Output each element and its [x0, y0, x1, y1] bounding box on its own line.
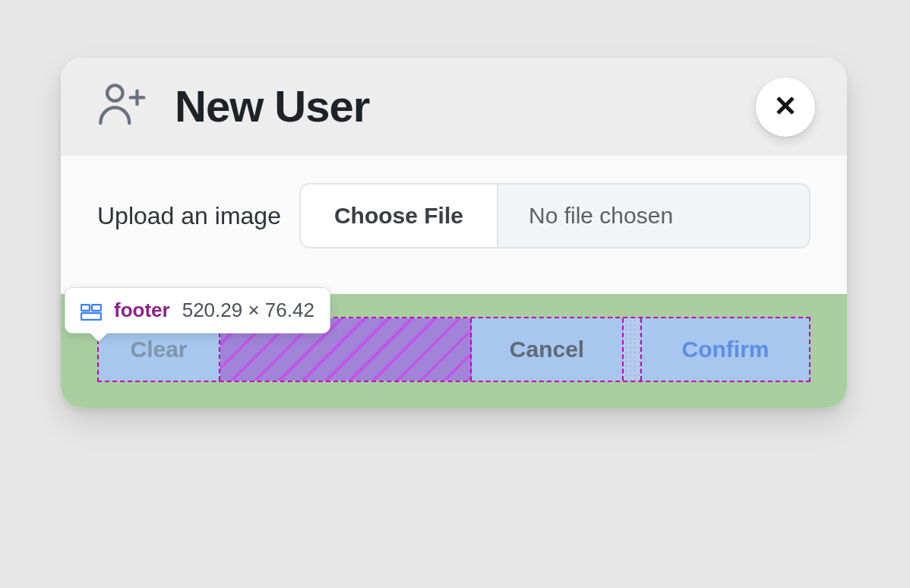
dialog-body: Upload an image Choose File No file chos…	[61, 156, 847, 294]
svg-point-0	[107, 85, 122, 100]
cancel-button[interactable]: Cancel	[472, 318, 624, 381]
tooltip-element-name: footer	[114, 299, 170, 322]
user-plus-icon	[97, 82, 150, 131]
svg-rect-6	[92, 305, 101, 311]
dialog-title: New User	[175, 81, 369, 131]
close-button[interactable]	[756, 77, 815, 137]
file-status-text: No file chosen	[498, 185, 809, 247]
flex-gap-overlay	[624, 318, 642, 381]
choose-file-button[interactable]: Choose File	[301, 185, 498, 247]
devtools-tooltip: footer 520.29 × 76.42	[65, 287, 330, 334]
flex-layout-icon	[81, 302, 102, 319]
dialog-header: New User	[61, 58, 847, 156]
new-user-dialog: New User Upload an image Choose File No …	[61, 58, 847, 408]
upload-label: Upload an image	[97, 198, 281, 235]
svg-rect-7	[81, 313, 101, 320]
upload-row: Upload an image Choose File No file chos…	[97, 183, 810, 248]
close-icon	[773, 93, 798, 121]
confirm-button[interactable]: Confirm	[642, 318, 809, 381]
tooltip-dimensions: 520.29 × 76.42	[182, 299, 314, 322]
svg-rect-5	[81, 305, 90, 311]
file-input[interactable]: Choose File No file chosen	[299, 183, 810, 248]
